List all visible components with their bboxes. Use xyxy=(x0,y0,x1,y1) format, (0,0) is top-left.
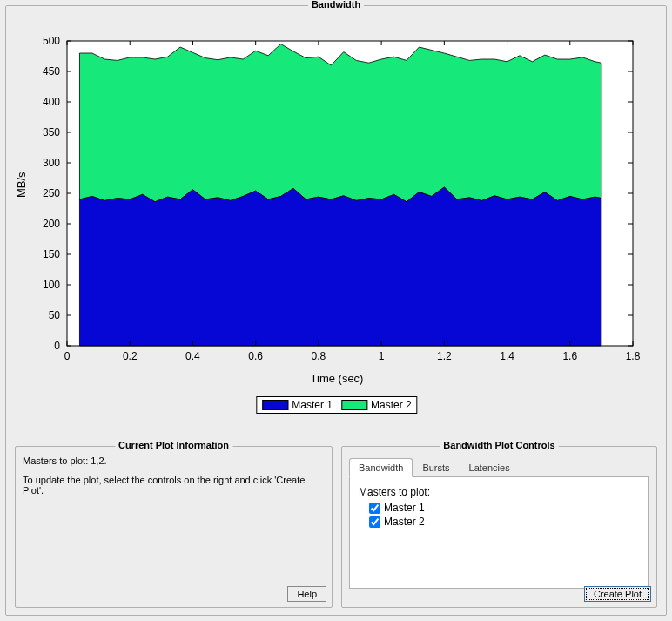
masters-to-plot-label: Masters to plot: xyxy=(359,486,640,498)
x-axis-label: Time (sec) xyxy=(6,372,668,385)
svg-text:500: 500 xyxy=(43,35,60,47)
svg-text:200: 200 xyxy=(43,218,60,230)
checkbox-row-master2[interactable]: Master 2 xyxy=(369,516,640,528)
svg-text:350: 350 xyxy=(43,126,60,138)
svg-text:0: 0 xyxy=(64,350,71,362)
svg-text:1.4: 1.4 xyxy=(500,350,514,362)
legend-swatch-master2 xyxy=(341,400,367,410)
svg-text:450: 450 xyxy=(43,65,60,78)
svg-text:0: 0 xyxy=(54,340,60,352)
svg-text:1.2: 1.2 xyxy=(437,350,452,362)
legend-label-master2: Master 2 xyxy=(371,399,412,411)
y-axis-label: MB/s xyxy=(15,172,28,198)
svg-text:0.2: 0.2 xyxy=(123,350,138,362)
svg-text:250: 250 xyxy=(43,187,60,199)
svg-text:1: 1 xyxy=(379,350,385,362)
current-plot-info-panel: Current Plot Information Masters to plot… xyxy=(15,446,333,608)
checkbox-row-master1[interactable]: Master 1 xyxy=(369,502,640,514)
svg-text:150: 150 xyxy=(43,248,60,260)
info-instruction-line: To update the plot, select the controls … xyxy=(23,475,325,496)
legend-label-master1: Master 1 xyxy=(292,399,333,411)
help-button[interactable]: Help xyxy=(287,586,326,602)
tab-latencies[interactable]: Latencies xyxy=(460,458,520,477)
svg-text:100: 100 xyxy=(43,279,60,291)
svg-text:1.8: 1.8 xyxy=(626,350,641,362)
tab-content-bandwidth: Masters to plot: Master 1 Master 2 xyxy=(349,477,649,589)
svg-text:0.4: 0.4 xyxy=(185,350,200,362)
svg-text:0.8: 0.8 xyxy=(312,350,326,362)
bandwidth-panel: Bandwidth 00.20.40.60.811.21.41.61.80501… xyxy=(5,5,667,616)
svg-text:300: 300 xyxy=(43,157,60,169)
svg-text:0.6: 0.6 xyxy=(248,350,263,362)
controls-tabs: Bandwidth Bursts Latencies xyxy=(349,457,649,477)
checkbox-master2[interactable] xyxy=(369,516,380,528)
info-masters-line: Masters to plot: 1,2. xyxy=(23,456,325,466)
chart-legend: Master 1 Master 2 xyxy=(256,396,417,414)
checkbox-master1[interactable] xyxy=(369,503,380,514)
checkbox-label-master1: Master 1 xyxy=(384,502,425,514)
svg-text:1.6: 1.6 xyxy=(562,350,577,362)
create-plot-button[interactable]: Create Plot xyxy=(584,586,651,602)
legend-swatch-master1 xyxy=(262,400,288,410)
tab-bursts[interactable]: Bursts xyxy=(413,458,459,477)
checkbox-label-master2: Master 2 xyxy=(384,516,425,528)
bandwidth-chart: 00.20.40.60.811.21.41.61.805010015020025… xyxy=(6,15,668,372)
panel-title: Bandwidth xyxy=(308,0,364,10)
chart-area: 00.20.40.60.811.21.41.61.805010015020025… xyxy=(6,15,668,433)
svg-text:50: 50 xyxy=(49,309,61,321)
svg-text:400: 400 xyxy=(43,96,60,108)
tab-bandwidth[interactable]: Bandwidth xyxy=(349,458,413,477)
bandwidth-plot-controls-panel: Bandwidth Plot Controls Bandwidth Bursts… xyxy=(341,446,657,608)
